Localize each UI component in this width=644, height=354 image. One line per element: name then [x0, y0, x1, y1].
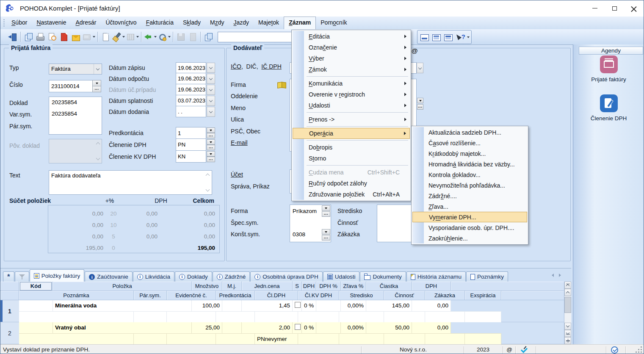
menu-item[interactable]: Označenie [293, 42, 410, 53]
close-button[interactable] [624, 0, 644, 16]
dropdown-arrow-icon[interactable] [467, 36, 470, 38]
dropdown-arrow-icon[interactable] [136, 36, 139, 38]
grid-cell[interactable] [425, 333, 465, 344]
menubar-item[interactable]: Pomocník [316, 17, 351, 29]
dropdown-button[interactable] [207, 139, 215, 145]
tab-scroll-right-icon[interactable] [559, 274, 561, 277]
date-dropdown-button[interactable] [207, 63, 215, 73]
menubar-item[interactable]: Súbor [7, 17, 32, 29]
grid-cell[interactable] [222, 322, 242, 333]
typ-dropdown-icon[interactable] [94, 64, 102, 74]
grid-cell[interactable] [339, 333, 384, 344]
address-book-icon[interactable] [277, 81, 286, 88]
row-number[interactable]: 1 [0, 300, 19, 322]
menubar-item[interactable]: Sklady [178, 17, 205, 29]
menu-item[interactable]: Kontrola dokladov... [412, 169, 527, 180]
search-input[interactable] [218, 32, 294, 42]
tab-likvid-cia[interactable]: Likvidácia [133, 271, 174, 282]
grid-cell[interactable] [465, 333, 501, 344]
browse-button[interactable]: ... [207, 145, 215, 150]
grid-cell[interactable] [19, 300, 53, 311]
menu-item[interactable]: Nevymožiteľná pohľadávka... [412, 180, 527, 191]
date-dropdown-button[interactable] [207, 85, 215, 95]
forma-browse-button[interactable]: ... [322, 211, 330, 217]
grid-cell[interactable]: 145,00 [366, 300, 412, 311]
firma-dropdown-button[interactable] [417, 98, 423, 103]
menu-item[interactable]: Vymeranie DPH... [412, 212, 527, 222]
menubar-item[interactable]: Záznam [284, 17, 316, 29]
grid-cell[interactable] [293, 300, 302, 311]
scroll-first-button[interactable] [564, 282, 571, 289]
menubar-item[interactable]: Mzdy [205, 17, 229, 29]
tab-hist-ria-z-znamu[interactable]: História záznamu [406, 271, 466, 282]
menubar-grip[interactable] [3, 19, 6, 27]
grid-cell[interactable] [19, 322, 53, 333]
grid-cell[interactable]: Minerálna voda [53, 300, 192, 311]
date-input[interactable]: 19.06.2023 [176, 73, 206, 84]
varsym-value[interactable]: 20235854 [49, 111, 102, 117]
grid-cell[interactable] [167, 311, 216, 322]
menu-item[interactable]: Združovanie položiekCtrl+Alt+A [293, 189, 410, 200]
actions-gear-button[interactable] [157, 31, 171, 42]
ucet-link[interactable]: Účet [231, 171, 243, 178]
menu-item[interactable]: Operácia [293, 128, 410, 139]
konst-browse-button[interactable]: ... [322, 235, 330, 241]
grid-cell[interactable] [134, 311, 167, 322]
panel-side-button[interactable] [442, 32, 454, 43]
menu-item[interactable]: Zľava... [412, 201, 527, 212]
menu-item[interactable]: Ručný odpočet zálohy [293, 178, 410, 189]
cislo-dropdown-button[interactable] [92, 80, 101, 86]
menu-item[interactable]: Aktualizácia sadzieb DPH... [412, 127, 527, 138]
dropdown-arrow-icon[interactable] [122, 36, 125, 38]
kod-header-button[interactable]: Kód [20, 282, 52, 290]
menu-item[interactable]: Overenie v registroch [293, 89, 410, 100]
grid-cell[interactable] [425, 311, 465, 322]
grid-cell[interactable] [384, 333, 425, 344]
exit-button[interactable] [7, 31, 19, 42]
maximize-button[interactable] [605, 0, 624, 16]
vat-classification-icon[interactable] [600, 94, 618, 112]
grid-cell[interactable] [255, 311, 298, 322]
ico-link[interactable]: IČO [231, 63, 241, 70]
back-arrow-button[interactable] [143, 31, 157, 42]
tab-udalosti[interactable]: Udalosti [323, 271, 360, 282]
copy-button[interactable] [202, 31, 214, 42]
copy-record-button[interactable] [22, 31, 34, 42]
konst-dropdown-button[interactable] [322, 229, 330, 235]
menu-item[interactable]: Vysporiadanie osob. úpr. DPH.... [412, 222, 527, 233]
grid-cell[interactable]: 100,00 [192, 300, 222, 311]
s-checkbox[interactable] [295, 324, 301, 330]
browse-button[interactable]: ... [207, 157, 215, 162]
grid-cell[interactable] [216, 333, 255, 344]
scroll-up-button[interactable] [564, 289, 571, 296]
send-email-button[interactable] [70, 31, 82, 42]
date-input[interactable]: 19.06.2023 [176, 84, 206, 95]
scroll-last-button[interactable] [564, 330, 571, 337]
date-input[interactable]: 03.07.2023 [176, 95, 206, 106]
grid-cell[interactable]: 0,00 [412, 300, 451, 311]
menu-item[interactable]: Zaokrúhlenie... [412, 233, 527, 243]
menu-item[interactable]: Cudzia menaCtrl+Shift+C [293, 167, 410, 178]
agenda-item[interactable]: Členenie DPH [573, 94, 644, 122]
minimize-button[interactable] [585, 0, 605, 16]
dropdown-arrow-icon[interactable] [154, 36, 157, 38]
date-input[interactable]: . . [176, 106, 206, 117]
tab-scroll-arrows[interactable] [552, 274, 561, 277]
cislo-browse-button[interactable]: ... [92, 86, 101, 92]
panel-grid-button[interactable] [431, 32, 442, 43]
panel-detail-button[interactable] [419, 32, 431, 43]
menubar-item[interactable]: Účtovníctvo [101, 17, 141, 29]
s-checkbox[interactable] [295, 302, 301, 308]
tab-dokumenty[interactable]: Dokumenty [360, 271, 406, 282]
icdph-link[interactable]: IČ DPH [261, 63, 281, 70]
date-dropdown-button[interactable] [207, 74, 215, 84]
grid-cell[interactable]: 0,00 [412, 322, 451, 333]
grid-cell[interactable]: 0,00% [341, 322, 366, 333]
menu-item[interactable]: Krátkodobý majetok... [412, 148, 527, 159]
firma-browse-button[interactable]: ... [417, 104, 423, 110]
email-link[interactable]: E-mail [231, 139, 248, 146]
row-number[interactable]: 2 [0, 322, 19, 344]
menu-item[interactable]: Dobropis [293, 142, 410, 153]
dropdown-arrow-icon[interactable] [168, 36, 171, 38]
date-dropdown-button[interactable] [207, 107, 215, 117]
